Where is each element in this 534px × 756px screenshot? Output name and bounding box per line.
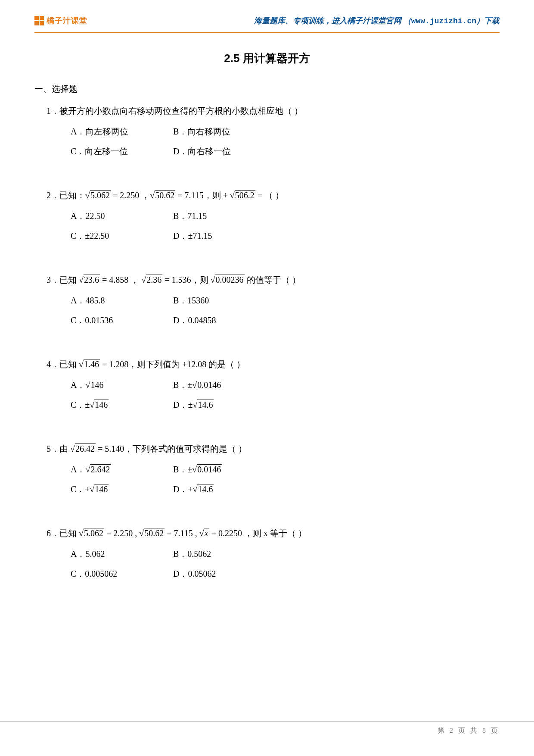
slogan-pre: 海量题库、专项训练，进入橘子汁课堂官网 （ (254, 16, 411, 25)
option: A．22.50 (71, 208, 157, 224)
question-stem: 5．由 √26.42 = 5.140，下列各式的值可求得的是（ ） (47, 440, 500, 457)
question-number: 3． (47, 275, 59, 284)
option: C．±√146 (71, 481, 157, 497)
option-row: A．5.062B．0.5062 (71, 546, 500, 562)
option: B．15360 (173, 292, 259, 309)
slogan-url: www.juzizhi.cn (411, 17, 476, 25)
option: B．0.5062 (173, 546, 259, 562)
question-stem: 2．已知：√5.062 = 2.250 ，√50.62 = 7.115，则 ± … (47, 187, 500, 203)
option: B．71.15 (173, 208, 259, 224)
question-3: 3．已知 √23.6 = 4.858 ， √2.36 = 1.536，则 √0.… (47, 272, 500, 328)
option-row: A．485.8B．15360 (71, 292, 500, 309)
option-row: C．±√146D．±√14.6 (71, 397, 500, 413)
option-row: A．22.50B．71.15 (71, 208, 500, 224)
option: C．±√146 (71, 397, 157, 413)
options: A．5.062B．0.5062C．0.005062D．0.05062 (71, 546, 500, 582)
options: A．√2.642B．±√0.0146C．±√146D．±√14.6 (71, 461, 500, 497)
question-stem: 4．已知 √1.46 = 1.208，则下列值为 ±12.08 的是（ ） (47, 356, 500, 372)
page: 橘子汁课堂 海量题库、专项训练，进入橘子汁课堂官网 （www.juzizhi.c… (0, 0, 534, 756)
section-heading: 一、选择题 (34, 83, 500, 95)
question-1: 1．被开方的小数点向右移动两位查得的平方根的小数点相应地（ ）A．向左移两位B．… (47, 103, 500, 159)
page-header: 橘子汁课堂 海量题库、专项训练，进入橘子汁课堂官网 （www.juzizhi.c… (34, 13, 500, 33)
option: C．向左移一位 (71, 143, 157, 159)
option: C．±22.50 (71, 228, 157, 244)
option-row: C．±22.50D．±71.15 (71, 228, 500, 244)
brand-text: 橘子汁课堂 (47, 16, 87, 26)
question-stem: 3．已知 √23.6 = 4.858 ， √2.36 = 1.536，则 √0.… (47, 272, 500, 288)
option: A．向左移两位 (71, 123, 157, 140)
option-row: C．向左移一位D．向右移一位 (71, 143, 500, 159)
brand: 橘子汁课堂 (34, 16, 87, 26)
page-footer: 第 2 页 共 8 页 (0, 722, 534, 735)
option: D．0.04858 (173, 312, 259, 328)
option: D．±√14.6 (173, 481, 259, 497)
options: A．22.50B．71.15C．±22.50D．±71.15 (71, 208, 500, 244)
question-number: 4． (47, 359, 59, 369)
option: C．0.005062 (71, 565, 157, 582)
option-row: A．√146B．±√0.0146 (71, 377, 500, 393)
question-4: 4．已知 √1.46 = 1.208，则下列值为 ±12.08 的是（ ）A．√… (47, 356, 500, 413)
question-6: 6．已知 √5.062 = 2.250 , √50.62 = 7.115 , √… (47, 525, 500, 582)
option-row: A．√2.642B．±√0.0146 (71, 461, 500, 478)
question-number: 6． (47, 528, 59, 538)
option: D．0.05062 (173, 565, 259, 582)
options: A．√146B．±√0.0146C．±√146D．±√14.6 (71, 377, 500, 413)
page-title: 2.5 用计算器开方 (34, 51, 500, 66)
slogan-post: ）下载 (476, 16, 500, 25)
question-2: 2．已知：√5.062 = 2.250 ，√50.62 = 7.115，则 ± … (47, 187, 500, 244)
option: B．±√0.0146 (173, 461, 259, 478)
option: A．485.8 (71, 292, 157, 309)
options: A．485.8B．15360C．0.01536D．0.04858 (71, 292, 500, 328)
brand-logo-icon (34, 16, 44, 25)
option-row: C．0.01536D．0.04858 (71, 312, 500, 328)
option: A．√146 (71, 377, 157, 393)
question-stem: 1．被开方的小数点向右移动两位查得的平方根的小数点相应地（ ） (47, 103, 500, 119)
options: A．向左移两位B．向右移两位C．向左移一位D．向右移一位 (71, 123, 500, 159)
question-number: 2． (47, 191, 59, 200)
option: A．√2.642 (71, 461, 157, 478)
question-5: 5．由 √26.42 = 5.140，下列各式的值可求得的是（ ）A．√2.64… (47, 440, 500, 497)
option: D．±√14.6 (173, 397, 259, 413)
option: C．0.01536 (71, 312, 157, 328)
option: D．±71.15 (173, 228, 259, 244)
option: D．向右移一位 (173, 143, 259, 159)
option: B．±√0.0146 (173, 377, 259, 393)
option: A．5.062 (71, 546, 157, 562)
question-number: 5． (47, 444, 59, 453)
question-number: 1． (47, 106, 59, 116)
option-row: C．0.005062D．0.05062 (71, 565, 500, 582)
option: B．向右移两位 (173, 123, 259, 140)
question-stem: 6．已知 √5.062 = 2.250 , √50.62 = 7.115 , √… (47, 525, 500, 541)
header-slogan: 海量题库、专项训练，进入橘子汁课堂官网 （www.juzizhi.cn）下载 (254, 16, 500, 26)
option-row: A．向左移两位B．向右移两位 (71, 123, 500, 140)
option-row: C．±√146D．±√14.6 (71, 481, 500, 497)
